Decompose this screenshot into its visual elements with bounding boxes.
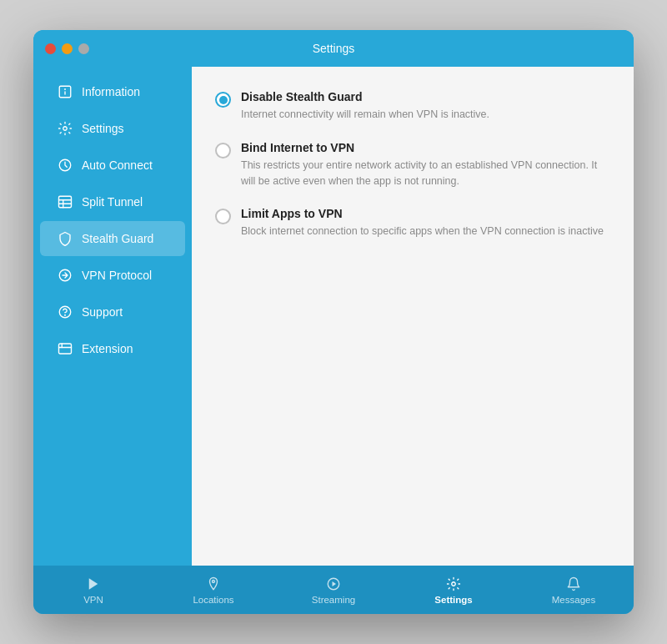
option-desc-disable-stealth: Internet connectivity will remain when V… [241,107,610,123]
sidebar: Information Settings A [33,67,192,566]
svg-marker-18 [333,581,337,586]
vpn-protocol-icon [57,267,73,284]
gear-icon [445,576,462,592]
stealth-guard-icon [57,230,73,247]
radio-bind-internet[interactable] [215,143,231,158]
nav-label-messages: Messages [552,595,595,605]
svg-point-16 [213,580,215,582]
bottom-nav: VPN Locations Streaming [33,566,634,614]
close-button[interactable] [45,43,56,54]
radio-disable-stealth[interactable] [215,92,231,108]
radio-option-limit-apps[interactable]: Limit Apps to VPN Block internet connect… [215,207,610,239]
radio-limit-apps[interactable] [215,209,231,224]
sidebar-label-auto-connect: Auto Connect [82,158,153,172]
nav-item-settings[interactable]: Settings [394,576,514,605]
radio-option-disable-stealth[interactable]: Disable Stealth Guard Internet connectiv… [215,90,610,123]
vpn-icon [85,576,102,592]
locations-icon [205,576,222,592]
sidebar-item-split-tunnel[interactable]: Split Tunnel [40,184,185,219]
sidebar-label-settings: Settings [82,122,124,135]
support-icon [57,304,73,320]
main-content: Information Settings A [33,67,634,566]
sidebar-item-auto-connect[interactable]: Auto Connect [40,148,185,183]
content-panel: Disable Stealth Guard Internet connectiv… [192,67,634,566]
information-icon [57,83,73,100]
svg-point-11 [65,314,66,315]
nav-label-streaming: Streaming [312,595,355,605]
svg-rect-12 [59,344,72,354]
option-title-disable-stealth: Disable Stealth Guard [241,90,610,103]
option-title-limit-apps: Limit Apps to VPN [241,207,610,220]
nav-item-messages[interactable]: Messages [514,576,634,605]
settings-icon [57,120,73,137]
bell-icon [565,576,582,592]
sidebar-item-settings[interactable]: Settings [40,111,185,146]
app-window: Settings Information [33,30,634,614]
svg-point-19 [452,581,456,586]
sidebar-item-information[interactable]: Information [40,74,185,109]
sidebar-item-extension[interactable]: Extension [40,331,185,366]
nav-item-streaming[interactable]: Streaming [273,576,394,605]
title-bar: Settings [33,30,634,67]
sidebar-item-support[interactable]: Support [40,294,185,330]
option-desc-limit-apps: Block internet connection to specific ap… [241,224,610,239]
sidebar-label-support: Support [82,305,123,319]
nav-item-locations[interactable]: Locations [153,576,273,605]
nav-label-settings: Settings [434,595,472,605]
sidebar-label-split-tunnel: Split Tunnel [82,195,143,209]
sidebar-label-extension: Extension [82,342,133,355]
nav-label-locations: Locations [193,595,233,605]
nav-item-vpn[interactable]: VPN [33,576,153,605]
svg-rect-5 [59,196,72,208]
svg-point-3 [63,127,68,131]
sidebar-label-information: Information [82,85,140,98]
sidebar-label-stealth-guard: Stealth Guard [82,232,153,245]
sidebar-item-stealth-guard[interactable]: Stealth Guard [40,221,185,256]
sidebar-label-vpn-protocol: VPN Protocol [82,269,152,282]
window-title: Settings [313,42,355,55]
radio-option-bind-internet[interactable]: Bind Internet to VPN This restricts your… [215,141,610,189]
split-tunnel-icon [57,194,73,210]
option-desc-bind-internet: This restricts your entire network activ… [241,158,610,189]
extension-icon [57,340,73,357]
streaming-icon [325,576,342,592]
maximize-button[interactable] [78,43,89,54]
option-title-bind-internet: Bind Internet to VPN [241,141,610,154]
minimize-button[interactable] [62,43,73,54]
sidebar-item-vpn-protocol[interactable]: VPN Protocol [40,258,185,293]
svg-marker-15 [89,578,98,590]
auto-connect-icon [57,157,73,174]
window-controls [45,43,89,54]
nav-label-vpn: VPN [83,595,103,605]
